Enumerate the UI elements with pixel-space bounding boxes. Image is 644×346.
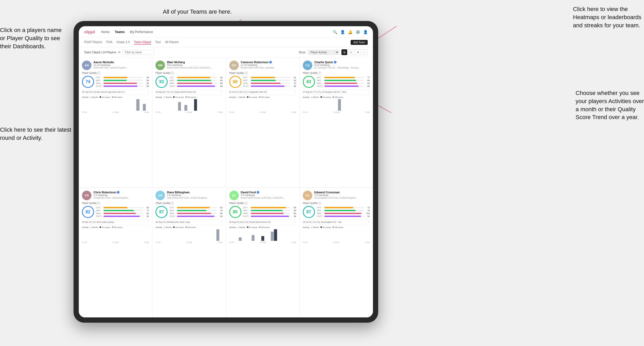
chart-label: 4 Sep — [365, 111, 370, 113]
chart-label: 21 Aug — [186, 241, 192, 243]
quality-section[interactable]: 87 OTT 73 APP — [303, 206, 370, 218]
nav-my-performance[interactable]: My Performance — [130, 30, 153, 34]
subnav-pgat[interactable]: PGAT Players — [84, 40, 102, 45]
player-name[interactable]: Dave Billingham — [167, 191, 222, 194]
subnav-team-clippd[interactable]: Team Clippd — [134, 40, 151, 45]
quality-section[interactable]: 85 OTT 89 APP — [229, 206, 296, 218]
stat-bar — [324, 210, 356, 211]
sort-button[interactable]: ↕ — [362, 49, 368, 55]
latest-round[interactable]: 18 Jul 23 | 74 (+4), Sunningdale GC - Ol… — [303, 220, 370, 223]
show-select[interactable]: Player Activity Quality Score Trend — [308, 50, 339, 55]
chart-label: 4 Sep — [218, 241, 222, 243]
stat-value: 88 — [218, 82, 223, 84]
player-name[interactable]: David Ford ✓ — [241, 191, 296, 194]
stat-value: 60 — [144, 206, 149, 209]
info-icon: i — [245, 72, 247, 74]
tablet-screen: clippd Home Teams My Performance 🔍 👤 🔔 ⚙… — [79, 26, 373, 317]
latest-round[interactable]: 26 Aug 23 | 84 (+12), Royal North Devon … — [229, 220, 296, 223]
stat-value: 63 — [292, 79, 296, 82]
stat-bar-wrap — [324, 213, 364, 214]
chart-bar — [136, 99, 139, 111]
stat-row: APP 74 — [170, 209, 222, 212]
player-card[interactable]: AN Aaron Nicholls 11-15 Handicap Drift G… — [79, 57, 152, 187]
subnav-all-players[interactable]: All Players — [165, 40, 179, 45]
stat-row: ARG 81 — [96, 212, 149, 215]
player-name[interactable]: Cameron Robertson ✓ — [241, 61, 296, 64]
avatar: CR — [229, 61, 239, 70]
stat-bar — [177, 213, 211, 214]
subnav-hcaps[interactable]: Hcaps 1-5 — [117, 40, 130, 45]
latest-round[interactable]: 07 Aug 23 | 77 (+7), St George's Hill GC… — [303, 89, 370, 93]
list-view-button[interactable]: ≡ — [348, 49, 354, 55]
quality-section[interactable]: 74 OTT 60 APP — [82, 76, 149, 88]
player-card[interactable]: DB Dave Billingham 1-5 Handicap Sag Main… — [152, 188, 226, 317]
chart-label: 31 Jul — [303, 111, 308, 113]
latest-round[interactable]: 02 Jul 23 | 59 (+17), Craigmillar Park G… — [229, 89, 296, 93]
nav-home[interactable]: Home — [101, 30, 110, 34]
chart-labels: 31 Jul21 Aug4 Sep — [303, 111, 370, 113]
stat-value: 60 — [144, 76, 149, 79]
stat-label: OTT — [243, 76, 250, 79]
activity-section: Activity · 1 Month On course Off course — [155, 95, 222, 113]
player-card[interactable]: BM Blair McHarg Plus Handicap Royal Nort… — [152, 57, 226, 187]
player-name[interactable]: Blair McHarg — [167, 61, 222, 64]
add-team-button[interactable]: Add Team — [351, 40, 368, 45]
subnav-tour[interactable]: Tour — [155, 40, 161, 45]
edit-icon[interactable]: ✏ — [118, 51, 121, 54]
profile-icon[interactable]: 👤 — [340, 30, 345, 34]
stat-bar-wrap — [177, 80, 217, 81]
player-card[interactable]: CR Cameron Robertson ✓ 11-15 Handicap Ro… — [226, 57, 299, 187]
player-name[interactable]: Edward Crossman — [314, 191, 370, 194]
quality-section[interactable]: 68 OTT 61 APP — [229, 76, 296, 88]
chart-labels: 31 Jul21 Aug4 Sep — [229, 241, 296, 243]
stat-bar — [177, 83, 212, 84]
player-handicap: 11-15 Handicap — [241, 64, 296, 66]
player-card[interactable]: EC Edward Crossman 1-5 Handicap Sunningd… — [300, 188, 373, 317]
latest-round-arrow: → — [221, 91, 223, 93]
player-name[interactable]: Aaron Nicholls — [94, 61, 149, 64]
bell-icon[interactable]: 🔔 — [348, 30, 352, 34]
player-card[interactable]: CR Chris Robertson ✓ 1-5 Handicap Craigm… — [79, 188, 152, 317]
quality-section[interactable]: 83 OTT 77 APP — [303, 76, 370, 88]
subnav-pga[interactable]: PGA — [106, 40, 112, 45]
search-icon[interactable]: 🔍 — [333, 30, 337, 34]
settings-icon[interactable]: ⚙️ — [356, 30, 360, 34]
stat-bar-wrap — [324, 210, 364, 211]
stat-value: 74 — [218, 209, 223, 212]
player-card[interactable]: CQ Charlie Quick ✓ 6-10 Handicap St. Geo… — [300, 57, 373, 187]
stat-value: 103 — [365, 212, 370, 215]
quality-label: Player Quality i — [303, 202, 370, 204]
player-name[interactable]: Charlie Quick ✓ — [314, 61, 370, 64]
filter-input[interactable] — [123, 50, 154, 55]
filterbar-right: Show: Player Activity Quality Score Tren… — [299, 49, 368, 55]
chart-bar — [239, 237, 242, 241]
quality-section[interactable]: 93 OTT 84 APP — [155, 76, 222, 88]
filter-button[interactable]: ▼ — [355, 49, 361, 55]
grid-view-button[interactable]: ⊞ — [341, 49, 347, 55]
latest-round[interactable]: 02 Sep 23 | Sunset round to get back int… — [82, 89, 149, 93]
player-handicap: 1-5 Handicap — [94, 194, 149, 196]
stat-bar — [103, 83, 137, 84]
stats-rows: OTT 84 APP 85 — [170, 76, 222, 87]
quality-section[interactable]: 87 OTT 82 APP — [155, 206, 222, 218]
latest-round[interactable]: 03 Mar 23 | 19, Must make putting → — [82, 220, 149, 223]
nav-teams[interactable]: Teams — [115, 30, 124, 34]
latest-round-text: 02 Sep 23 | Sunset round to get back int… — [82, 91, 147, 93]
stats-rows: OTT 82 APP 74 — [170, 206, 222, 217]
player-name[interactable]: Chris Robertson ✓ — [94, 191, 149, 194]
score-circle: 85 — [229, 206, 241, 218]
chart-label: 21 Aug — [334, 241, 339, 243]
latest-round[interactable]: 26 Aug 23 | 73 (+1), Royal North Devon G… — [155, 89, 222, 93]
chart-bar — [261, 236, 264, 241]
chart-label: 4 Sep — [291, 111, 296, 113]
stat-label: ARG — [170, 212, 176, 215]
latest-round[interactable]: 04 Sep 23 | Mobility with coach, Gym → — [155, 220, 222, 223]
player-club: Sunningdale Golf Club, United Kingdom — [314, 196, 370, 199]
player-card[interactable]: DF David Ford ✓ 1-5 Handicap Royal North… — [226, 188, 299, 317]
stat-bar — [324, 86, 359, 87]
avatar-icon[interactable]: 👤 — [363, 30, 368, 34]
quality-section[interactable]: 82 OTT 60 APP — [82, 206, 149, 218]
verified-badge: ✓ — [257, 191, 259, 194]
stat-row: PUTT 95 — [170, 85, 222, 87]
stat-label: ARG — [96, 82, 102, 84]
